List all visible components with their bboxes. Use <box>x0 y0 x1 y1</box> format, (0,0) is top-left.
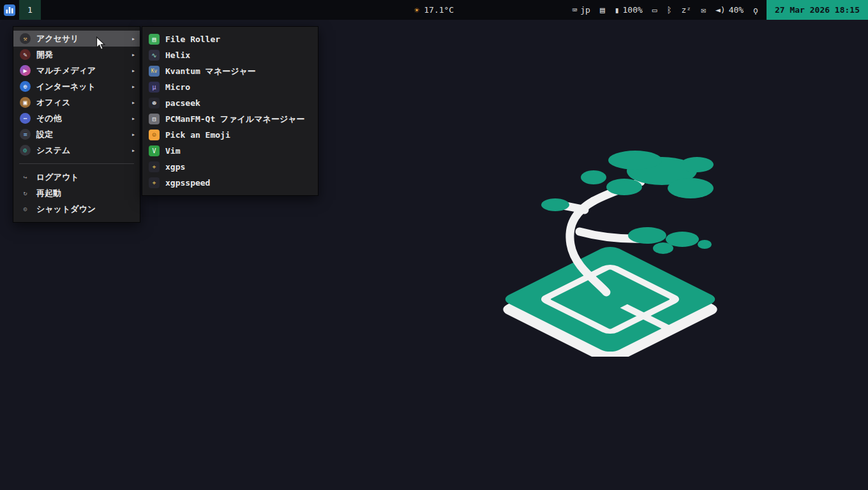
reboot-icon: ↻ <box>20 188 31 198</box>
menu-item-label: マルチメディア <box>36 65 96 77</box>
status-idle-inhibitor[interactable]: zᶻ <box>681 5 691 15</box>
idle-inhibitor-icon: zᶻ <box>681 5 691 15</box>
status-battery[interactable]: ▮100% <box>615 5 643 15</box>
status-keyboard-layout-label: jp <box>580 5 590 15</box>
menu-item-system[interactable]: ⚙システム▸ <box>13 142 140 158</box>
accessories-icon: ⚒ <box>20 33 31 44</box>
multimedia-icon: ▶ <box>20 65 31 76</box>
submenu-arrow-icon: ▸ <box>131 147 135 154</box>
development-icon: ✎ <box>20 49 31 60</box>
menu-item-label: システム <box>36 145 70 156</box>
status-layers[interactable]: ▤ <box>600 5 605 15</box>
submenu-arrow-icon: ▸ <box>131 83 135 90</box>
status-battery-label: 100% <box>623 5 643 15</box>
weather-widget[interactable]: ☀ 17.1°C <box>414 0 454 20</box>
system-icon: ⚙ <box>20 145 31 156</box>
menu-item-office[interactable]: ▣オフィス▸ <box>13 94 140 110</box>
volume-icon: ◄) <box>715 5 726 15</box>
menu-action-list: ↪ログアウト↻再起動⊙シャットダウン <box>13 169 140 217</box>
desktop-logo-bonsai <box>499 149 724 357</box>
submenu-item-pcmanfm-qt[interactable]: ⊟PCManFM-Qt ファイルマネージャー <box>142 111 318 127</box>
menu-item-label: pacseek <box>165 98 200 108</box>
status-idea[interactable]: ϙ <box>753 5 758 15</box>
xgpsspeed-icon: ⌖ <box>149 177 160 188</box>
status-notifications[interactable]: ✉ <box>701 5 706 15</box>
vim-icon: V <box>149 145 160 156</box>
menu-item-label: Pick an Emoji <box>165 130 230 140</box>
xgps-icon: ⌖ <box>149 161 160 172</box>
pacseek-icon: ☻ <box>149 98 160 108</box>
status-display[interactable]: ▭ <box>652 5 657 15</box>
submenu-item-pick-an-emoji[interactable]: ☺Pick an Emoji <box>142 127 318 143</box>
submenu-item-file-roller[interactable]: ▤File Roller <box>142 31 318 47</box>
menu-item-label: シャットダウン <box>36 204 96 215</box>
logout-icon: ↪ <box>20 172 31 182</box>
submenu-arrow-icon: ▸ <box>131 67 135 74</box>
settings-icon: ≡ <box>20 129 31 140</box>
top-panel: 1 ☀ 17.1°C ⌨jp▤▮100%▭ᛒzᶻ✉◄)40%ϙ 27 Mar 2… <box>0 0 868 20</box>
mouse-cursor <box>96 36 106 50</box>
menu-action-logout[interactable]: ↪ログアウト <box>13 169 140 185</box>
submenu-arrow-icon: ▸ <box>131 99 135 106</box>
menu-item-label: Kvantum マネージャー <box>165 66 256 77</box>
pcmanfm-qt-icon: ⊟ <box>149 114 160 124</box>
menu-item-other[interactable]: ⋯その他▸ <box>13 110 140 126</box>
menu-item-label: オフィス <box>36 97 70 108</box>
menu-item-accessories[interactable]: ⚒アクセサリ▸ <box>13 31 140 47</box>
accessories-submenu: ▤File Roller∿HelixKvKvantum マネージャーμMicro… <box>142 26 318 196</box>
submenu-arrow-icon: ▸ <box>131 131 135 138</box>
menu-item-label: 再起動 <box>36 188 61 199</box>
submenu-item-kvantum[interactable]: KvKvantum マネージャー <box>142 63 318 79</box>
keyboard-layout-icon: ⌨ <box>572 5 577 15</box>
menu-item-development[interactable]: ✎開発▸ <box>13 47 140 63</box>
clock[interactable]: 27 Mar 2026 18:15 <box>767 0 868 20</box>
battery-icon: ▮ <box>615 5 620 15</box>
submenu-item-pacseek[interactable]: ☻pacseek <box>142 95 318 111</box>
menu-action-shutdown[interactable]: ⊙シャットダウン <box>13 201 140 217</box>
status-volume[interactable]: ◄)40% <box>715 5 744 15</box>
menu-item-label: ログアウト <box>36 172 79 183</box>
submenu-item-xgpsspeed[interactable]: ⌖xgpsspeed <box>142 175 318 191</box>
menu-item-label: その他 <box>36 113 62 124</box>
menu-item-label: xgpsspeed <box>165 178 210 188</box>
menu-item-label: PCManFM-Qt ファイルマネージャー <box>165 114 305 125</box>
submenu-item-xgps[interactable]: ⌖xgps <box>142 159 318 175</box>
shutdown-icon: ⊙ <box>20 204 31 214</box>
panel-right: ⌨jp▤▮100%▭ᛒzᶻ✉◄)40%ϙ 27 Mar 2026 18:15 <box>572 0 868 20</box>
file-roller-icon: ▤ <box>149 34 160 45</box>
status-bluetooth[interactable]: ᛒ <box>667 5 672 15</box>
internet-icon: ⊕ <box>20 81 31 92</box>
display-icon: ▭ <box>652 5 657 15</box>
status-tray: ⌨jp▤▮100%▭ᛒzᶻ✉◄)40%ϙ <box>572 5 767 15</box>
sun-icon: ☀ <box>414 5 419 15</box>
menu-item-label: Micro <box>165 82 190 92</box>
menu-category-list: ⚒アクセサリ▸✎開発▸▶マルチメディア▸⊕インターネット▸▣オフィス▸⋯その他▸… <box>13 31 140 158</box>
panel-left: 1 <box>0 0 41 20</box>
temperature-label: 17.1°C <box>424 5 454 15</box>
menu-item-internet[interactable]: ⊕インターネット▸ <box>13 78 140 94</box>
status-keyboard-layout[interactable]: ⌨jp <box>572 5 590 15</box>
menu-item-label: インターネット <box>36 81 96 93</box>
submenu-item-micro[interactable]: μMicro <box>142 79 318 95</box>
submenu-arrow-icon: ▸ <box>131 51 135 58</box>
app-launcher-icon[interactable] <box>0 0 19 20</box>
micro-icon: μ <box>149 82 160 93</box>
menu-item-multimedia[interactable]: ▶マルチメディア▸ <box>13 63 140 78</box>
menu-separator <box>19 163 134 164</box>
kvantum-icon: Kv <box>149 66 160 77</box>
other-icon: ⋯ <box>20 113 31 124</box>
submenu-item-helix[interactable]: ∿Helix <box>142 47 318 63</box>
idea-icon: ϙ <box>753 5 758 15</box>
menu-item-label: Vim <box>165 146 180 156</box>
menu-item-settings[interactable]: ≡設定▸ <box>13 126 140 142</box>
menu-item-label: 設定 <box>36 129 53 140</box>
notifications-icon: ✉ <box>701 5 706 15</box>
menu-item-label: 開発 <box>36 49 53 61</box>
menu-item-label: File Roller <box>165 34 220 44</box>
submenu-arrow-icon: ▸ <box>131 35 135 42</box>
submenu-item-vim[interactable]: VVim <box>142 143 318 159</box>
helix-icon: ∿ <box>149 50 160 61</box>
workspace-indicator[interactable]: 1 <box>19 0 41 20</box>
menu-item-label: xgps <box>165 162 185 172</box>
menu-action-reboot[interactable]: ↻再起動 <box>13 185 140 201</box>
